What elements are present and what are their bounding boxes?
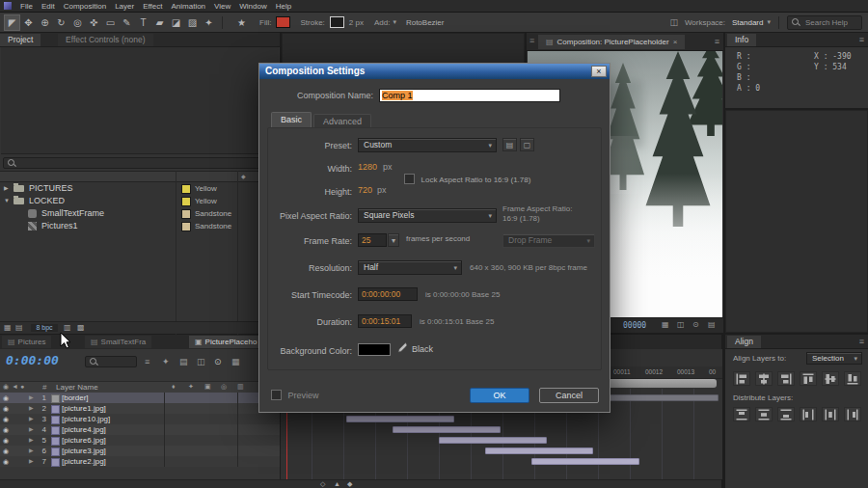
layer-color-chip[interactable] (51, 447, 60, 456)
expand-arrow-icon[interactable] (29, 446, 34, 456)
puppet-pin-tool-icon[interactable]: ✦ (201, 14, 217, 31)
hand-tool-icon[interactable]: ✥ (20, 14, 37, 31)
label-color-name[interactable]: Yellow (195, 195, 217, 207)
preview-checkbox[interactable] (271, 390, 282, 400)
name-column-header[interactable]: Layer Name (56, 383, 98, 392)
layer-duration-bar[interactable] (393, 426, 501, 433)
label-color-name[interactable]: Yellow (195, 182, 217, 195)
eye-icon[interactable] (3, 393, 9, 403)
height-value[interactable]: 720 (358, 185, 372, 195)
label-color-chip[interactable] (181, 209, 191, 219)
lock-aspect-checkbox[interactable] (404, 174, 415, 184)
item-name[interactable]: SmallTextFrame (41, 207, 104, 220)
twirl-icon[interactable]: ▼ (4, 195, 10, 207)
layer-color-chip[interactable] (51, 416, 60, 424)
label-color-chip[interactable] (181, 184, 191, 194)
new-folder-icon[interactable] (15, 323, 23, 332)
zoom-tool-icon[interactable]: ⊕ (37, 14, 53, 31)
add-chevron-icon[interactable] (393, 18, 396, 26)
tab-smalltextframe[interactable]: SmallTextFra (85, 336, 151, 348)
width-value[interactable]: 1280 (358, 162, 377, 172)
menu-file[interactable]: File (20, 2, 33, 11)
item-name[interactable]: LOCKED (29, 195, 65, 207)
stroke-width-value[interactable]: 2 px (349, 18, 364, 27)
region-of-interest-icon[interactable] (692, 320, 699, 329)
project-item-locked[interactable]: ▼ LOCKED Yellow (0, 195, 280, 207)
composition-name-input[interactable]: Comp 1 (379, 89, 560, 102)
tab-advanced[interactable]: Advanced (313, 114, 371, 127)
pen-tool-icon[interactable]: ✎ (119, 14, 135, 31)
menu-help[interactable]: Help (276, 2, 291, 11)
layer-duration-bar[interactable] (531, 458, 639, 465)
project-item-pictures[interactable]: ▶ PICTURES Yellow (0, 182, 280, 195)
layer-duration-bar[interactable] (485, 447, 593, 454)
duration-input[interactable]: 0:00:15:01 (358, 314, 412, 328)
bit-depth-button[interactable]: 8 bpc (31, 324, 58, 332)
panel-menu-icon[interactable] (859, 35, 864, 44)
label-color-chip[interactable] (181, 222, 191, 231)
frame-rate-input[interactable]: 25 (358, 233, 387, 247)
background-color-swatch[interactable] (358, 343, 391, 356)
composition-mini-flowchart-icon[interactable] (145, 357, 149, 366)
eye-icon[interactable] (3, 403, 9, 414)
resolution-dropdown[interactable]: Half (358, 260, 462, 275)
eraser-tool-icon[interactable]: ▨ (184, 14, 201, 31)
eye-icon[interactable] (3, 456, 9, 467)
rotation-tool-icon[interactable]: ↻ (53, 14, 69, 31)
workspace-chevron-icon[interactable] (767, 18, 771, 26)
align-to-dropdown[interactable]: Selection (806, 352, 862, 365)
pan-behind-tool-icon[interactable]: ✜ (86, 14, 102, 31)
stroke-color-swatch[interactable] (330, 16, 344, 28)
viewer-timecode[interactable]: 00000 (623, 321, 646, 330)
align-bottom-button[interactable] (844, 371, 861, 386)
menu-animation[interactable]: Animation (171, 2, 205, 11)
tab-pictureplaceholder[interactable]: PicturePlaceho (189, 336, 262, 348)
shape-tool-icon[interactable]: ▭ (102, 14, 119, 31)
item-name[interactable]: PICTURES (29, 182, 73, 195)
mask-toggle-icon[interactable] (677, 320, 685, 329)
clone-stamp-tool-icon[interactable]: ◪ (168, 14, 184, 31)
selection-tool-icon[interactable]: ◤ (4, 14, 20, 31)
distribute-vertical-center-button[interactable] (755, 407, 773, 421)
project-item-smalltextframe[interactable]: SmallTextFrame Sandstone (0, 207, 280, 220)
zoom-slider-icon[interactable] (334, 480, 340, 487)
panel-menu-icon[interactable] (859, 337, 864, 346)
expand-arrow-icon[interactable] (29, 393, 34, 403)
star-icon[interactable]: ★ (233, 14, 250, 31)
layer-color-chip[interactable] (51, 437, 60, 446)
color-depth-icon[interactable] (77, 323, 85, 332)
tab-pictures[interactable]: Pictures (2, 336, 51, 348)
menu-layer[interactable]: Layer (115, 2, 134, 11)
layer-name[interactable]: [border] (62, 393, 89, 403)
align-right-button[interactable] (777, 371, 795, 386)
workspace-value[interactable]: Standard (732, 18, 763, 27)
distribute-bottom-button[interactable] (777, 407, 795, 421)
interpret-footage-icon[interactable] (4, 323, 12, 332)
align-left-button[interactable] (733, 371, 750, 386)
timeline-search-box[interactable] (85, 356, 137, 367)
expand-arrow-icon[interactable] (29, 456, 34, 467)
layer-duration-bar[interactable] (439, 437, 547, 444)
project-item-pictures1[interactable]: Pictures1 Sandstone (0, 220, 280, 232)
layer-color-chip[interactable] (51, 394, 60, 403)
zoom-out-icon[interactable] (320, 480, 325, 488)
motion-blur-icon[interactable] (214, 357, 222, 366)
zoom-in-icon[interactable] (347, 480, 352, 488)
eye-icon[interactable] (3, 446, 9, 456)
type-tool-icon[interactable]: T (135, 14, 151, 31)
save-preset-icon[interactable] (502, 138, 517, 151)
new-composition-icon[interactable] (64, 323, 71, 332)
delete-preset-icon[interactable] (520, 138, 534, 151)
project-search-box[interactable] (3, 157, 285, 169)
expand-arrow-icon[interactable] (29, 414, 34, 424)
menu-composition[interactable]: Composition (64, 2, 106, 11)
label-color-name[interactable]: Sandstone (195, 207, 231, 220)
menu-effect[interactable]: Effect (143, 2, 162, 11)
brush-tool-icon[interactable]: ▰ (151, 14, 168, 31)
tab-project[interactable]: Project (0, 34, 41, 46)
label-color-chip[interactable] (181, 197, 191, 206)
item-name[interactable]: Pictures1 (41, 220, 78, 232)
frame-blend-icon[interactable] (197, 357, 205, 366)
tab-info[interactable]: Info (727, 34, 756, 46)
distribute-left-button[interactable] (800, 407, 817, 421)
